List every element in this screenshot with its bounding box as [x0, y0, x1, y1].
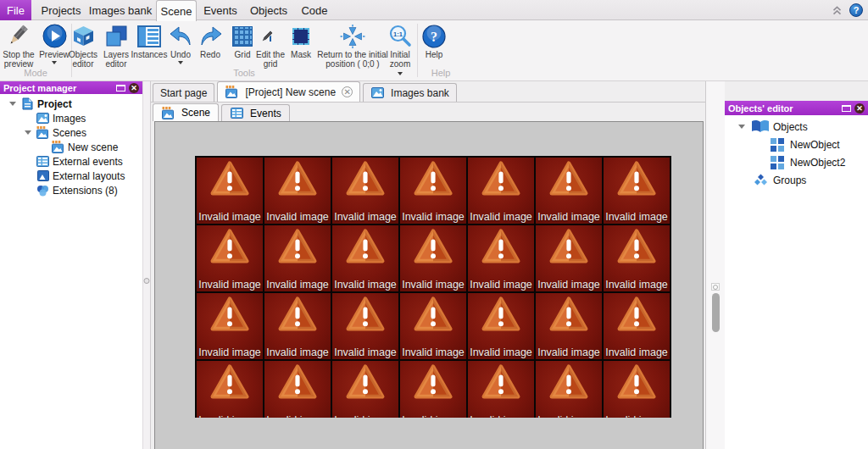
expander-icon[interactable] [9, 102, 16, 106]
scene-object-instance[interactable]: Invalid image [468, 225, 534, 291]
close-panel-icon[interactable]: ✕ [854, 103, 865, 114]
mask-icon [287, 22, 314, 50]
warning-triangle-icon [209, 363, 250, 401]
splitter-grip-icon[interactable] [711, 283, 720, 291]
float-panel-icon[interactable] [116, 85, 125, 91]
tree-item-project[interactable]: Project [0, 97, 142, 111]
button-label: Return to the initial position ( 0;0 ) [315, 50, 390, 69]
warning-triangle-icon [277, 160, 318, 197]
scene-object-instance[interactable]: Invalid image [468, 293, 534, 359]
layers-editor-button[interactable]: Layers editor [98, 22, 134, 69]
instances-table-icon [130, 22, 169, 50]
scene-object-instance[interactable]: Invalid image [468, 361, 534, 418]
invalid-image-label: Invalid image [604, 414, 670, 418]
tree-item-scenes[interactable]: Scenes [0, 125, 142, 140]
scene-object-instance[interactable]: Invalid image [332, 361, 398, 418]
scene-object-instance[interactable]: Invalid image [332, 293, 398, 359]
scene-object-instance[interactable]: Invalid image [332, 225, 398, 291]
scene-object-instance[interactable]: Invalid image [197, 225, 263, 291]
warning-triangle-icon [413, 228, 453, 265]
scene-object-instance[interactable]: Invalid image [264, 293, 331, 359]
menu-item-objects[interactable]: Objects [246, 0, 292, 20]
file-menu-button[interactable]: File [0, 0, 31, 20]
scene-object-instance[interactable]: Invalid image [536, 293, 602, 359]
menu-item-projects[interactable]: Projects [37, 0, 85, 20]
scene-object-instance[interactable]: Invalid image [400, 361, 466, 418]
tree-item-new-scene[interactable]: New scene [0, 140, 142, 154]
help-button[interactable]: ? Help [419, 22, 449, 59]
scene-object-instance[interactable]: Invalid image [264, 361, 331, 418]
warning-triangle-icon [616, 228, 657, 265]
scene-object-instance[interactable]: Invalid image [536, 225, 602, 291]
scene-object-instance[interactable]: Invalid image [604, 361, 670, 418]
scene-object-instance[interactable]: Invalid image [604, 293, 670, 359]
invalid-image-label: Invalid image [264, 279, 331, 291]
scene-icon [225, 86, 239, 98]
close-tab-icon[interactable]: ✕ [342, 86, 353, 97]
close-panel-icon[interactable]: ✕ [129, 83, 139, 93]
scene-object-instance[interactable]: Invalid image [264, 225, 331, 291]
tree-item-newobject[interactable]: NewObject [725, 136, 868, 153]
menu-item-events[interactable]: Events [198, 0, 242, 20]
scene-object-instance[interactable]: Invalid image [264, 158, 331, 224]
panel-splitter[interactable] [142, 81, 151, 449]
scene-object-instance[interactable]: Invalid image [400, 225, 466, 291]
grid-button[interactable]: Grid [228, 22, 257, 59]
scene-object-instance[interactable]: Invalid image [400, 293, 466, 359]
tree-item-external-events[interactable]: External events [0, 154, 142, 169]
tree-item-external-layouts[interactable]: External layouts [0, 169, 142, 183]
scrollbar-thumb[interactable] [712, 293, 720, 332]
tab-start-page[interactable]: Start page [153, 83, 214, 102]
tree-item-label: Groups [773, 175, 806, 186]
scene-object-instance[interactable]: Invalid image [197, 293, 263, 359]
scene-object-instance[interactable]: Invalid image [468, 158, 534, 224]
help-icon[interactable]: ? [849, 3, 863, 17]
return-initial-position-button[interactable]: Return to the initial position ( 0;0 ) [315, 22, 390, 69]
splitter-grip-icon[interactable] [144, 278, 150, 284]
tree-item-objects[interactable]: Objects [725, 118, 868, 136]
scene-object-instance[interactable]: Invalid image [604, 158, 670, 224]
mask-button[interactable]: Mask [287, 22, 314, 59]
gdevelop-window: File Projects Images bank Scene Events O… [0, 0, 868, 449]
tree-item-extensions-8[interactable]: Extensions (8) [0, 183, 142, 197]
svg-text:?: ? [431, 30, 437, 44]
tab-images-bank[interactable]: Images bank [363, 83, 457, 102]
tree-item-newobject2[interactable]: NewObject2 [725, 153, 868, 171]
ribbon-group-label-help: Help [417, 68, 465, 78]
collapse-ribbon-icon[interactable] [832, 5, 843, 16]
warning-triangle-icon [413, 296, 453, 333]
objects-editor-button[interactable]: Objects editor [64, 22, 102, 69]
warning-triangle-icon [548, 296, 589, 333]
tab-project-new-scene[interactable]: [Project] New scene✕ [217, 81, 360, 102]
menu-item-code[interactable]: Code [295, 0, 334, 20]
help-circle-icon: ? [419, 22, 449, 50]
undo-button[interactable]: Undo [169, 22, 192, 64]
scene-object-instance[interactable]: Invalid image [197, 158, 263, 224]
edit-grid-button[interactable]: Edit the grid [253, 22, 287, 69]
menu-item-scene[interactable]: Scene [156, 0, 197, 21]
scene-canvas[interactable]: Invalid imageInvalid imageInvalid imageI… [154, 121, 704, 449]
warning-triangle-icon [481, 160, 521, 197]
warning-triangle-icon [413, 363, 453, 401]
warning-triangle-icon [277, 228, 318, 265]
tab-scene[interactable]: Scene [153, 103, 219, 121]
tab-events[interactable]: Events [221, 104, 290, 121]
stop-preview-button[interactable]: Stop the preview [0, 22, 37, 69]
instances-button[interactable]: Instances [130, 22, 169, 59]
scene-object-instance[interactable]: Invalid image [536, 361, 602, 418]
scene-object-instance[interactable]: Invalid image [536, 158, 602, 224]
events-icon [36, 156, 50, 167]
scene-object-instance[interactable]: Invalid image [400, 158, 466, 224]
float-panel-icon[interactable] [842, 105, 851, 112]
tree-item-groups[interactable]: Groups [725, 171, 868, 189]
scene-object-instance[interactable]: Invalid image [604, 225, 670, 291]
scene-object-instance[interactable]: Invalid image [197, 361, 263, 418]
tree-item-images[interactable]: Images [0, 111, 142, 125]
expander-icon[interactable] [738, 125, 745, 129]
menu-item-images-bank[interactable]: Images bank [86, 0, 154, 20]
scene-object-instance[interactable]: Invalid image [332, 158, 398, 224]
expander-icon[interactable] [25, 130, 31, 135]
vertical-scrollbar[interactable] [705, 81, 725, 449]
button-label: Undo [169, 50, 192, 59]
redo-button[interactable]: Redo [198, 22, 222, 59]
